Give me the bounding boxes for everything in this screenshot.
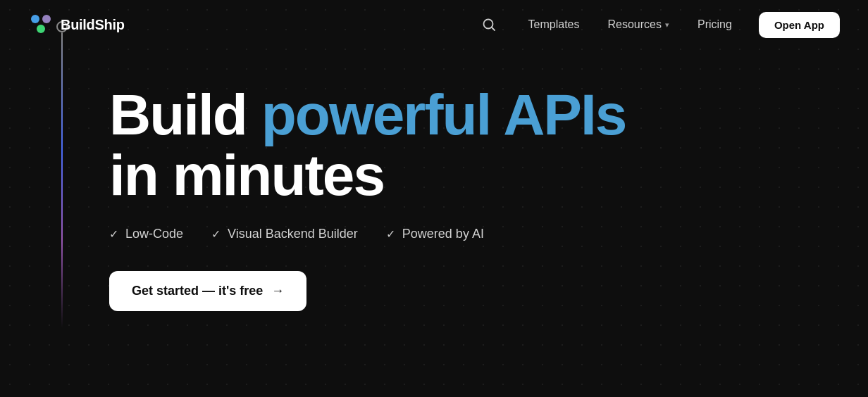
navbar: BuildShip Templates Resources ▾ Pricing …	[0, 0, 868, 49]
cta-label: Get started — it's free	[132, 284, 263, 298]
search-icon	[482, 18, 496, 32]
logo[interactable]: BuildShip	[28, 12, 125, 37]
cta-button[interactable]: Get started — it's free →	[109, 271, 306, 311]
feature-list: ✓ Low-Code ✓ Visual Backend Builder ✓ Po…	[109, 227, 868, 241]
nav-link-templates[interactable]: Templates	[516, 13, 593, 37]
logo-text: BuildShip	[61, 17, 125, 33]
logo-icon	[28, 12, 54, 37]
check-icon-3: ✓	[386, 227, 395, 241]
arrow-icon: →	[271, 284, 284, 298]
check-icon-1: ✓	[109, 227, 118, 241]
nav-links: Templates Resources ▾ Pricing	[516, 13, 745, 37]
svg-line-4	[492, 27, 495, 30]
svg-point-2	[37, 25, 45, 33]
hero-section: Build powerful APIsin minutes ✓ Low-Code…	[0, 49, 868, 311]
hero-headline: Build powerful APIsin minutes	[109, 84, 868, 206]
svg-point-1	[42, 15, 51, 23]
headline-text-1: Build	[109, 82, 261, 146]
nav-link-pricing[interactable]: Pricing	[685, 13, 745, 37]
check-icon-2: ✓	[211, 227, 221, 241]
nav-right: Templates Resources ▾ Pricing Open App	[476, 12, 840, 38]
chevron-down-icon: ▾	[665, 20, 669, 30]
headline-text-3: in minutes	[109, 143, 384, 207]
feature-item-low-code: ✓ Low-Code	[109, 227, 183, 241]
feature-item-visual-builder: ✓ Visual Backend Builder	[211, 227, 358, 241]
svg-point-0	[31, 15, 39, 23]
nav-link-resources[interactable]: Resources ▾	[595, 13, 682, 37]
search-button[interactable]	[476, 12, 502, 37]
feature-item-ai: ✓ Powered by AI	[386, 227, 484, 241]
open-app-button[interactable]: Open App	[759, 12, 840, 38]
headline-text-2: powerful APIs	[261, 82, 626, 146]
